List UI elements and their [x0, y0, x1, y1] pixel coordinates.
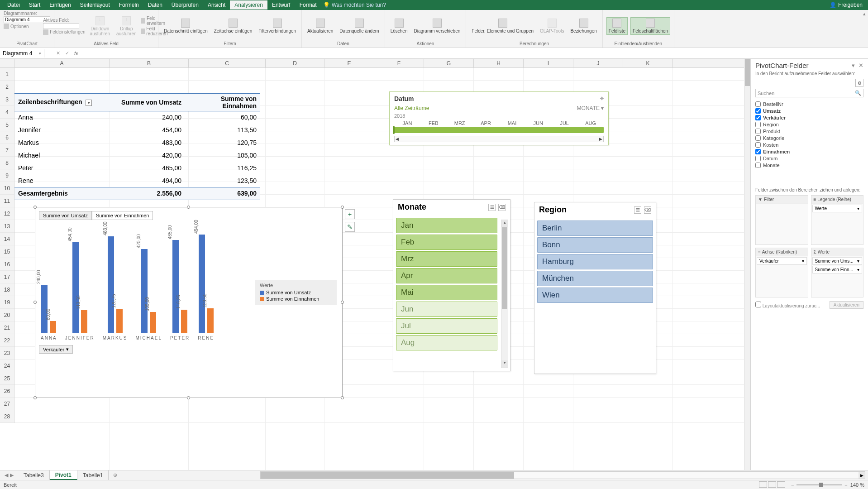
slicer-item[interactable]: Bonn [537, 237, 653, 253]
tell-me-search[interactable]: 💡 Was möchten Sie tun? [323, 2, 386, 8]
chart-plus-button[interactable]: + [345, 209, 355, 219]
pivot-table[interactable]: Zeilenbeschriftungen ▾Summe von UmsatzSu… [14, 68, 260, 200]
chart-brush-button[interactable]: ✎ [345, 222, 355, 232]
sheet-nav[interactable]: ◀ ▶ [0, 470, 18, 480]
name-box[interactable]: Diagramm 4▾ [0, 49, 44, 58]
select-all-corner[interactable] [0, 59, 14, 68]
field-checkbox[interactable]: Kosten [755, 142, 863, 148]
view-buttons[interactable] [758, 481, 786, 489]
defer-layout-checkbox[interactable]: Layoutaktualisierung zurüc... [755, 302, 820, 308]
slicer-item[interactable]: München [537, 271, 653, 286]
ribbon-tab-datei[interactable]: Datei [3, 0, 24, 10]
slicer-item[interactable]: Hamburg [537, 254, 653, 269]
ribbon-tab-ansicht[interactable]: Ansicht [203, 0, 230, 10]
field-checkbox[interactable]: Region [755, 122, 863, 127]
field-checkbox[interactable]: BestellNr [755, 101, 863, 107]
timeline-month[interactable]: JUL [551, 120, 577, 126]
slicer-item[interactable]: Berlin [537, 221, 653, 236]
slicer-monate[interactable]: Monate ☰⌫ JanFebMrzAprMaiJunJulAug ▴▾ [393, 199, 510, 371]
slicer-item[interactable]: Jan [396, 218, 497, 233]
feldeinstellungen-button[interactable]: Feldeinstellungen [43, 29, 85, 35]
feldschaltflaechen-button[interactable]: Feldschaltflächen [630, 17, 670, 35]
slicer-region[interactable]: Region ☰⌫ BerlinBonnHamburgMünchenWien [534, 202, 656, 374]
horizontal-scrollbar[interactable]: ◀▶ [260, 471, 865, 479]
timeline-month[interactable]: MRZ [447, 120, 473, 126]
aktives-feld-input[interactable] [43, 23, 79, 29]
multiselect-icon[interactable]: ☰ [488, 204, 496, 211]
field-checkbox[interactable]: Umsatz [755, 108, 863, 114]
zeitachse-button[interactable]: Zeitachse einfügen [212, 18, 254, 34]
fields-pane-tools-icon[interactable]: ⚙ [855, 79, 863, 87]
ribbon-tab-format[interactable]: Format [295, 0, 321, 10]
filterverbindungen-button[interactable]: Filterverbindungen [257, 18, 298, 34]
timeline-datum[interactable]: Datum⌖ Alle ZeiträumeMONATE ▾ 2018 JANFE… [389, 91, 609, 145]
row-labels-dropdown[interactable]: ▾ [86, 100, 92, 106]
slicer-item[interactable]: Jul [396, 318, 497, 334]
timeline-month[interactable]: JAN [394, 120, 420, 126]
zone-item[interactable]: Summe von Ums... ▾ [812, 257, 863, 265]
field-checkbox[interactable]: Datum [755, 156, 863, 161]
pivot-chart[interactable]: + ✎ Summe von Umsatz Summe von Einnahmen… [35, 207, 343, 398]
zone-achse[interactable]: ≡ Achse (Rubriken)Verkäufer ▾ [755, 248, 808, 297]
datenquelle-button[interactable]: Datenquelle ändern [338, 18, 381, 34]
slicer-item[interactable]: Feb [396, 235, 497, 250]
timeline-month[interactable]: MAI [499, 120, 525, 126]
sheet-tab[interactable]: Pivot1 [50, 470, 77, 480]
share-button[interactable]: 👤 Freigeben [827, 2, 865, 8]
clear-filter-icon[interactable]: ⌫ [644, 206, 651, 214]
ribbon-tab-formeln[interactable]: Formeln [114, 0, 143, 10]
ribbon-tab-entwurf[interactable]: Entwurf [267, 0, 295, 10]
fields-pane-close-icon[interactable]: ✕ [858, 62, 863, 69]
column-headers[interactable]: ABCDEFGHIJK [14, 59, 744, 68]
chart-tab-einnahmen[interactable]: Summe von Einnahmen [92, 211, 153, 220]
zone-filter[interactable]: ▼ Filter [755, 195, 808, 245]
vertical-scrollbar[interactable] [744, 59, 750, 470]
field-checkbox[interactable]: Produkt [755, 129, 863, 134]
ribbon-tab-seitenlayout[interactable]: Seitenlayout [76, 0, 114, 10]
verschieben-button[interactable]: Diagramm verschieben [412, 18, 462, 34]
field-checkbox[interactable]: Einnahmen [755, 149, 863, 154]
row-headers[interactable]: 1234567891011121314151617181920212223242… [0, 68, 14, 423]
zone-item[interactable]: Verkäufer ▾ [757, 257, 807, 265]
pivotchart-fields-pane[interactable]: PivotChart-Felder ▾✕ In den Bericht aufz… [750, 59, 868, 470]
timeline-bar[interactable] [394, 127, 604, 133]
felder-elemente-button[interactable]: Felder, Elemente und Gruppen [470, 18, 535, 34]
datenschnitt-button[interactable]: Datenschnitt einfügen [162, 18, 210, 34]
slicer-item[interactable]: Apr [396, 268, 497, 283]
chart-axis-filter[interactable]: Verkäufer ▾ [39, 345, 73, 354]
ribbon-tab-analysieren[interactable]: Analysieren [230, 0, 267, 10]
slicer-item[interactable]: Aug [396, 335, 497, 350]
feldliste-button[interactable]: Feldliste [606, 17, 628, 35]
zone-item[interactable]: Summe von Einn... ▾ [812, 266, 863, 273]
timeline-scrollbar[interactable]: ◀▶ [394, 136, 604, 142]
collapse-ribbon-icon[interactable]: ▴ [861, 10, 868, 48]
optionen-button[interactable]: Optionen [4, 24, 29, 29]
chart-value-buttons[interactable]: Summe von Umsatz Summe von Einnahmen [39, 211, 339, 220]
field-checkbox[interactable]: Monate [755, 163, 863, 168]
zoom-control[interactable]: − + 140 % [791, 482, 864, 488]
slicer-item[interactable]: Wien [537, 288, 653, 303]
ribbon-tab-einfügen[interactable]: Einfügen [45, 0, 75, 10]
add-sheet-button[interactable]: ⊕ [109, 470, 122, 480]
clear-filter-icon[interactable]: ⌫ [498, 204, 506, 211]
field-checkbox[interactable]: Kategorie [755, 135, 863, 141]
update-button[interactable]: Aktualisieren [830, 301, 863, 309]
chart-tab-umsatz[interactable]: Summe von Umsatz [39, 211, 92, 220]
ribbon-tab-überprüfen[interactable]: Überprüfen [167, 0, 203, 10]
slicer-item[interactable]: Mai [396, 285, 497, 300]
field-checkbox[interactable]: Verkäufer [755, 115, 863, 120]
loeschen-button[interactable]: Löschen [389, 18, 410, 34]
zone-werte[interactable]: Σ WerteSumme von Ums... ▾Summe von Einn.… [811, 248, 864, 297]
slicer-item[interactable]: Jun [396, 302, 497, 317]
aktualisieren-button[interactable]: Aktualisieren [305, 18, 335, 34]
enter-icon[interactable]: ✓ [62, 50, 72, 56]
ribbon-tab-start[interactable]: Start [24, 0, 45, 10]
fx-icon[interactable]: fx [72, 51, 81, 56]
timeline-month[interactable]: JUN [525, 120, 551, 126]
cancel-icon[interactable]: ✕ [53, 50, 62, 56]
fields-pane-dropdown-icon[interactable]: ▾ [852, 62, 855, 69]
slicer-item[interactable]: Mrz [396, 251, 497, 267]
fields-search[interactable]: Suchen🔍 [755, 89, 863, 97]
multiselect-icon[interactable]: ☰ [634, 206, 641, 214]
zone-item[interactable]: Werte ▾ [812, 205, 863, 212]
